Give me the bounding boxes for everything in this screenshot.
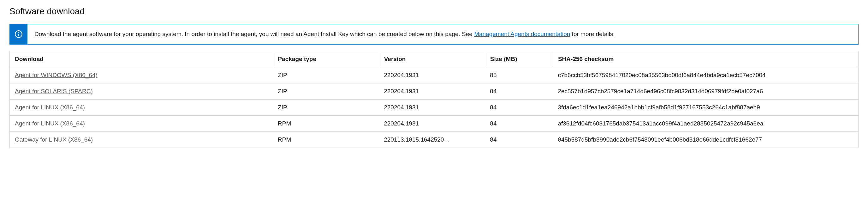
cell-version: 220204.1931 [379,99,485,115]
cell-checksum: 3fda6ec1d1fea1ea246942a1bbb1cf9afb58d1f9… [553,99,858,115]
info-icon [10,24,27,44]
cell-checksum: 845b587d5bfb3990ade2cb6f7548091eef4b006b… [553,132,858,148]
table-row: Agent for LINUX (X86_64) RPM 220204.1931… [10,115,859,132]
cell-checksum: 2ec557b1d957cb2579ce1a714d6e496c08fc9832… [553,83,858,99]
cell-version: 220113.1815.1642520… [379,132,485,148]
header-size: Size (MB) [485,51,553,67]
info-text-after: for more details. [570,31,615,37]
info-text-before: Download the agent software for your ope… [34,31,474,37]
download-link-linux-zip[interactable]: Agent for LINUX (X86_64) [15,104,85,111]
table-header-row: Download Package type Version Size (MB) … [10,51,859,67]
table-row: Gateway for LINUX (X86_64) RPM 220113.18… [10,132,859,148]
cell-package-type: ZIP [273,83,379,99]
software-download-table: Download Package type Version Size (MB) … [9,51,859,148]
cell-version: 220204.1931 [379,83,485,99]
download-link-solaris[interactable]: Agent for SOLARIS (SPARC) [15,88,93,94]
cell-size: 84 [485,83,553,99]
cell-checksum: c7b6ccb53bf567598417020ec08a35563bd00df6… [553,67,858,83]
header-version: Version [379,51,485,67]
cell-version: 220204.1931 [379,115,485,132]
download-link-linux-rpm[interactable]: Agent for LINUX (X86_64) [15,120,85,127]
info-banner: Download the agent software for your ope… [9,24,859,45]
management-agents-doc-link[interactable]: Management Agents documentation [474,31,570,37]
cell-package-type: ZIP [273,67,379,83]
cell-size: 84 [485,132,553,148]
cell-package-type: RPM [273,115,379,132]
cell-size: 85 [485,67,553,83]
cell-version: 220204.1931 [379,67,485,83]
table-row: Agent for LINUX (X86_64) ZIP 220204.1931… [10,99,859,115]
header-download: Download [10,51,273,67]
table-row: Agent for SOLARIS (SPARC) ZIP 220204.193… [10,83,859,99]
cell-size: 84 [485,99,553,115]
page-title: Software download [9,6,859,17]
header-package-type: Package type [273,51,379,67]
download-link-gateway-linux[interactable]: Gateway for LINUX (X86_64) [15,136,93,143]
cell-checksum: af3612fd04fc6031765dab375413a1acc099f4a1… [553,115,858,132]
header-checksum: SHA-256 checksum [553,51,858,67]
cell-package-type: ZIP [273,99,379,115]
cell-package-type: RPM [273,132,379,148]
table-row: Agent for WINDOWS (X86_64) ZIP 220204.19… [10,67,859,83]
info-banner-text: Download the agent software for your ope… [27,24,622,44]
cell-size: 84 [485,115,553,132]
download-link-windows[interactable]: Agent for WINDOWS (X86_64) [15,72,97,78]
